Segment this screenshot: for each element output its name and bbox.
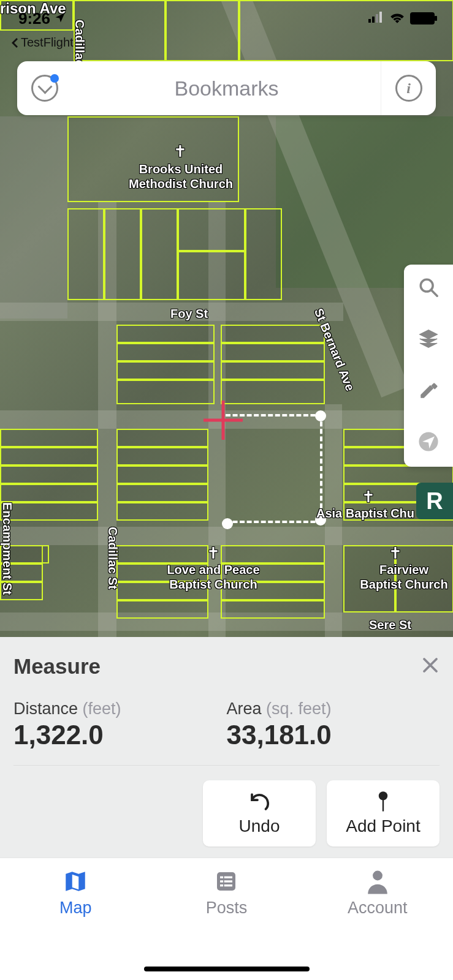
svg-rect-2	[376, 14, 378, 23]
tab-bar: Map Posts Account	[0, 858, 453, 980]
poi-label-church: Love and Peace Baptist Church	[158, 562, 268, 592]
svg-rect-11	[224, 876, 232, 878]
svg-rect-12	[220, 880, 223, 882]
locate-button[interactable]	[418, 431, 439, 454]
svg-rect-14	[220, 884, 223, 886]
svg-line-5	[431, 290, 437, 296]
location-services-icon	[54, 9, 66, 28]
top-bar: Bookmarks i	[17, 61, 436, 115]
map-icon	[63, 868, 88, 895]
street-label: Sere St	[369, 617, 411, 632]
info-icon: i	[395, 75, 422, 102]
person-icon	[366, 868, 389, 895]
measure-panel: Measure Distance (feet) 1,322.0 Area (sq…	[0, 637, 453, 865]
tab-posts[interactable]: Posts	[151, 868, 302, 980]
bookmarks-dropdown-button[interactable]	[17, 75, 72, 102]
map-tools-panel	[404, 265, 453, 467]
battery-icon	[410, 12, 435, 24]
undo-icon	[248, 791, 270, 813]
poi-label-church: Asia Baptist Chu	[316, 506, 414, 521]
map-crosshair	[204, 401, 243, 440]
measure-vertex	[222, 518, 233, 529]
area-value: 33,181.0	[227, 720, 440, 750]
svg-rect-0	[368, 19, 371, 23]
svg-rect-8	[383, 799, 384, 811]
svg-point-16	[373, 871, 383, 881]
undo-button[interactable]: Undo	[203, 780, 316, 846]
cellular-signal-icon	[368, 12, 384, 25]
close-button[interactable]	[421, 655, 440, 678]
church-icon: ✝	[207, 544, 220, 563]
svg-rect-15	[224, 884, 232, 886]
measure-vertex	[315, 410, 326, 421]
poi-label-church: Fairview Baptist Church	[352, 562, 453, 592]
distance-value: 1,322.0	[13, 720, 227, 750]
area-unit: (sq. feet)	[266, 699, 332, 718]
svg-rect-3	[379, 12, 382, 23]
tab-account[interactable]: Account	[302, 868, 453, 980]
street-label: Cadillac St	[105, 527, 120, 589]
measure-panel-title: Measure	[13, 654, 101, 679]
home-indicator	[144, 967, 310, 971]
wifi-icon	[389, 11, 405, 26]
search-button[interactable]	[418, 277, 439, 300]
back-to-app-button[interactable]: TestFlight	[11, 36, 74, 50]
chevron-down-circle-icon	[31, 75, 58, 102]
status-bar: 9:26	[0, 0, 453, 37]
svg-point-7	[379, 791, 387, 800]
r-badge-button[interactable]: R	[416, 483, 453, 519]
svg-rect-1	[372, 17, 375, 23]
church-icon: ✝	[389, 544, 402, 563]
status-time: 9:26	[18, 9, 50, 28]
tools-button[interactable]	[418, 380, 439, 403]
add-point-button[interactable]: Add Point	[327, 780, 440, 846]
list-icon	[214, 868, 238, 895]
distance-label: Distance	[13, 699, 78, 718]
street-label: Encampment St	[0, 502, 15, 595]
layers-button[interactable]	[418, 328, 439, 352]
street-label: Foy St	[170, 306, 208, 321]
top-bar-title[interactable]: Bookmarks	[72, 77, 381, 100]
church-icon: ✝	[173, 142, 187, 161]
poi-label-church: Brooks United Methodist Church	[123, 162, 239, 191]
info-button[interactable]: i	[381, 61, 436, 115]
area-label: Area	[227, 699, 262, 718]
svg-rect-13	[224, 880, 232, 882]
svg-rect-10	[220, 876, 223, 878]
pin-icon	[374, 791, 392, 813]
church-icon: ✝	[362, 488, 375, 507]
distance-unit: (feet)	[83, 699, 121, 718]
tab-map[interactable]: Map	[0, 868, 151, 980]
